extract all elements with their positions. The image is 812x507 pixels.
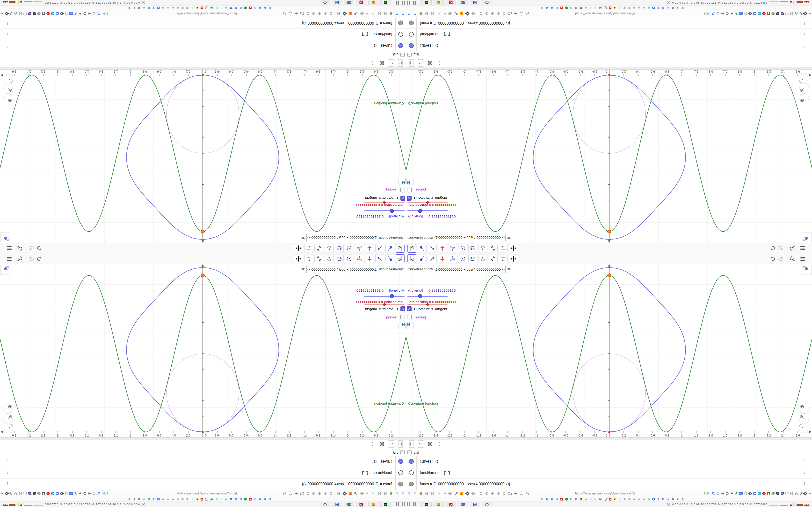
bookmark-fgear-favicon[interactable] <box>671 497 675 501</box>
algebra-gear-button[interactable] <box>378 440 386 448</box>
arc-length-slider-thumb[interactable] <box>418 294 422 298</box>
arc-position-slider-thumb[interactable] <box>383 303 386 306</box>
bookmark-flower-favicon[interactable] <box>647 497 651 501</box>
olive-icon[interactable] <box>389 491 394 496</box>
tool-circle-button[interactable] <box>345 254 354 263</box>
loshield-icon[interactable]: LO <box>27 11 32 16</box>
zoom-in-button[interactable] <box>4 415 12 424</box>
collapse-icon[interactable] <box>407 450 412 454</box>
bookmark-fred-favicon[interactable]: f <box>133 497 136 501</box>
globe-icon[interactable] <box>383 491 388 496</box>
arc-position-slider-thumb[interactable] <box>426 303 429 306</box>
globe-icon[interactable] <box>471 491 475 496</box>
tool-reflect-button[interactable] <box>314 244 323 253</box>
gauge-icon[interactable] <box>371 491 376 496</box>
firefox-icon[interactable] <box>348 491 353 496</box>
row-kebab-menu[interactable] <box>5 459 9 464</box>
download-icon[interactable] <box>78 491 83 496</box>
stylebar-toggle-button[interactable] <box>802 265 812 275</box>
olive-icon[interactable] <box>418 11 423 16</box>
taskbar-app-console[interactable] <box>380 0 391 5</box>
graphics-view[interactable]: -2.6-2.4-2.2-2-1.8-1.6-1.4-1.2-1-0.8-0.6… <box>0 264 406 438</box>
globe-icon[interactable] <box>360 491 364 496</box>
bookmark-flower-favicon[interactable] <box>622 497 626 501</box>
list-group-row[interactable]: List <box>406 51 812 59</box>
taskbar-app-ffapp[interactable] <box>368 502 378 507</box>
gear-icon[interactable] <box>4 491 9 496</box>
wrench-icon[interactable] <box>453 11 458 16</box>
tool-reflect-button[interactable] <box>489 254 498 263</box>
gear-icon[interactable] <box>803 491 808 496</box>
undo-button[interactable] <box>36 256 43 262</box>
algebra-fx-button[interactable]: fx <box>417 440 424 448</box>
shield-icon[interactable] <box>784 491 789 496</box>
bookmark-flower-favicon[interactable] <box>181 497 185 501</box>
tool-circle-button[interactable] <box>458 244 467 253</box>
algebra-kebab-button[interactable] <box>436 59 443 67</box>
visibility-marble[interactable] <box>399 482 403 487</box>
bookmark-swirl-favicon[interactable] <box>598 497 602 501</box>
folder-icon[interactable] <box>507 11 512 16</box>
algebra-row[interactable]: curves = {} <box>406 456 812 467</box>
ring-icon[interactable] <box>496 11 501 16</box>
bookmark-info-favicon[interactable]: i <box>603 6 607 10</box>
algebra-row[interactable]: funcs = {1.000000000000 + cos(4.00000000… <box>0 17 406 29</box>
globe-color-icon[interactable] <box>37 491 41 496</box>
Y-icon[interactable]: Y <box>407 491 412 496</box>
gauge-icon[interactable] <box>442 491 447 496</box>
zoom-out-button[interactable] <box>4 424 13 433</box>
bookmark-sprout-favicon[interactable] <box>564 6 568 10</box>
bookmark-ya-favicon[interactable]: Я <box>608 6 612 10</box>
firefox-icon[interactable] <box>459 491 464 496</box>
gauge-icon[interactable] <box>371 11 376 16</box>
Y-icon[interactable]: Y <box>413 11 418 16</box>
arc-length-slider-thumb[interactable] <box>390 294 394 298</box>
bookmark-img-favicon[interactable] <box>613 6 617 10</box>
blueA-icon[interactable]: A <box>739 491 743 496</box>
bookmark-ya-favicon[interactable]: Я <box>200 497 204 501</box>
globe-icon[interactable] <box>789 11 794 16</box>
graphics-view[interactable]: -2.6-2.4-2.2-2-1.8-1.6-1.4-1.2-1-0.8-0.6… <box>0 69 406 243</box>
Y-icon[interactable]: Y <box>400 491 405 496</box>
taskbar-app-redgear[interactable] <box>356 502 366 507</box>
taskbar-app-redgear[interactable] <box>446 0 456 5</box>
arc-length-slider-thumb[interactable] <box>418 209 422 213</box>
down-blue-icon[interactable] <box>757 11 762 16</box>
download-icon[interactable] <box>729 11 734 16</box>
tcp-icon[interactable]: TCP <box>761 491 766 496</box>
tealdot-icon[interactable] <box>807 491 812 496</box>
star-icon[interactable] <box>716 11 720 16</box>
folder-icon[interactable] <box>300 11 305 16</box>
olive-icon[interactable] <box>418 491 423 496</box>
curvature-tangent-checkbox[interactable]: ✓ <box>407 306 412 311</box>
bookmark-swirl-favicon[interactable] <box>598 6 602 10</box>
down-blue-icon[interactable] <box>50 491 55 496</box>
bookmark-flower-favicon[interactable] <box>680 497 684 501</box>
bookmark-flower-favicon[interactable] <box>128 497 132 501</box>
tool-perpendicular-button[interactable] <box>365 244 374 253</box>
tool-point-button[interactable]: A <box>418 254 426 263</box>
bookmark-info-favicon[interactable]: i <box>205 6 209 10</box>
bookmark-ya-favicon[interactable]: Я <box>248 497 252 501</box>
window-buttons[interactable] <box>401 1 405 5</box>
home-button[interactable] <box>800 405 809 413</box>
globe-icon[interactable] <box>337 11 341 16</box>
step-forward-button[interactable] <box>399 323 406 329</box>
transA-icon[interactable]: Aa <box>711 491 716 496</box>
loshield-icon[interactable]: LO <box>27 491 32 496</box>
algebra-fx-button[interactable]: fx <box>417 59 424 67</box>
home-button[interactable] <box>3 94 12 102</box>
bookmark-flower-favicon[interactable] <box>637 497 641 501</box>
down-blue-icon[interactable] <box>757 491 762 496</box>
algebra-gear-button[interactable] <box>426 440 434 448</box>
tealdot-icon[interactable] <box>0 11 5 16</box>
tcp-icon[interactable]: TCP <box>46 11 51 16</box>
ring-icon[interactable] <box>496 491 501 496</box>
bookmark-sprout-favicon[interactable] <box>244 497 248 501</box>
arc-length-slider-thumb[interactable] <box>390 209 394 213</box>
bookmark-G-favicon[interactable]: G <box>253 497 257 501</box>
step-forward-button[interactable] <box>406 323 413 329</box>
ring-icon[interactable] <box>478 491 483 496</box>
visibility-marble[interactable] <box>399 43 403 48</box>
bookmark-G-favicon[interactable]: G <box>661 497 665 501</box>
